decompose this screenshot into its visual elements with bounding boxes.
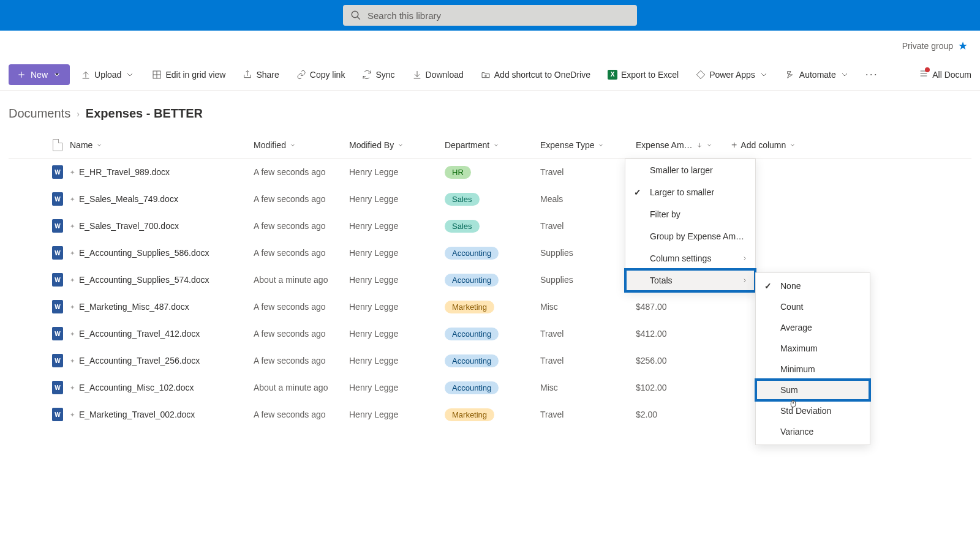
upload-icon [81, 70, 91, 80]
table-row[interactable]: ✦ E_Sales_Travel_700.docx A few seconds … [9, 212, 971, 239]
menu-item-group-by[interactable]: Group by Expense Amount [625, 225, 755, 247]
chevron-right-icon: › [77, 109, 80, 119]
totals-option-sum[interactable]: Sum [756, 380, 870, 400]
menu-item-smaller-to-larger[interactable]: Smaller to larger [625, 159, 755, 181]
header-label: Name [70, 140, 92, 150]
chevron-down-icon [759, 70, 769, 80]
export-label: Export to Excel [621, 70, 679, 80]
edit-grid-button[interactable]: Edit in grid view [146, 64, 232, 85]
menu-item-column-settings[interactable]: Column settings [625, 247, 755, 269]
notification-dot-icon [925, 67, 930, 72]
file-name-cell[interactable]: ✦ E_Accounting_Supplies_574.docx [70, 275, 254, 285]
new-button[interactable]: New [9, 64, 70, 85]
upload-button[interactable]: Upload [75, 64, 141, 85]
totals-option-average[interactable]: Average [756, 317, 870, 338]
file-name-cell[interactable]: ✦ E_HR_Travel_989.docx [70, 167, 254, 177]
file-name-cell[interactable]: ✦ E_Accounting_Supplies_586.docx [70, 248, 254, 258]
table-row[interactable]: ✦ E_Accounting_Supplies_586.docx A few s… [9, 239, 971, 266]
totals-submenu: None Count Average Maximum Minimum Sum S… [755, 272, 870, 445]
automate-button[interactable]: Automate [780, 64, 856, 85]
new-indicator-icon: ✦ [70, 358, 75, 364]
link-icon [296, 70, 306, 80]
table-row[interactable]: ✦ E_HR_Travel_989.docx A few seconds ago… [9, 159, 971, 186]
download-button[interactable]: Download [406, 64, 470, 85]
modified-by-cell[interactable]: Henry Legge [349, 248, 445, 258]
column-header-row: Name Modified Modified By Department Exp… [9, 132, 971, 159]
modified-by-cell[interactable]: Henry Legge [349, 167, 445, 177]
plus-icon: + [731, 140, 737, 151]
totals-option-maximum[interactable]: Maximum [756, 338, 870, 359]
svg-marker-14 [696, 70, 704, 78]
power-apps-button[interactable]: Power Apps [690, 64, 775, 85]
file-name-cell[interactable]: ✦ E_Marketing_Misc_487.docx [70, 302, 254, 312]
export-excel-button[interactable]: X Export to Excel [601, 64, 685, 85]
download-label: Download [426, 70, 464, 80]
column-header-department[interactable]: Department [445, 140, 540, 150]
modified-cell: A few seconds ago [254, 194, 349, 204]
search-input[interactable] [368, 10, 630, 21]
add-shortcut-button[interactable]: Add shortcut to OneDrive [475, 64, 597, 85]
column-header-name[interactable]: Name [70, 140, 254, 150]
follow-star-icon[interactable]: ★ [958, 39, 968, 53]
file-name-cell[interactable]: ✦ E_Accounting_Misc_102.docx [70, 383, 254, 392]
file-name-text: E_Accounting_Supplies_574.docx [79, 275, 209, 285]
column-header-modified[interactable]: Modified [254, 140, 349, 150]
power-apps-label: Power Apps [709, 70, 755, 80]
new-indicator-icon: ✦ [70, 250, 75, 257]
menu-item-totals[interactable]: Totals [625, 269, 755, 291]
file-name-cell[interactable]: ✦ E_Accounting_Travel_412.docx [70, 329, 254, 339]
copy-link-button[interactable]: Copy link [290, 64, 352, 85]
view-switcher[interactable]: All Docum [919, 69, 971, 80]
file-name-cell[interactable]: ✦ E_Marketing_Travel_002.docx [70, 410, 254, 419]
modified-by-cell[interactable]: Henry Legge [349, 221, 445, 231]
modified-by-cell[interactable]: Henry Legge [349, 275, 445, 285]
column-header-expense-amount[interactable]: Expense Am… [636, 140, 731, 150]
new-indicator-icon: ✦ [70, 411, 75, 418]
expense-type-cell: Supplies [540, 248, 636, 258]
modified-by-cell[interactable]: Henry Legge [349, 329, 445, 339]
department-pill: Accounting [445, 328, 499, 340]
totals-option-none[interactable]: None [756, 276, 870, 296]
file-name-cell[interactable]: ✦ E_Sales_Travel_700.docx [70, 221, 254, 231]
breadcrumb-current: Expenses - BETTER [86, 107, 203, 121]
modified-by-cell[interactable]: Henry Legge [349, 383, 445, 392]
department-pill: Sales [445, 193, 480, 206]
totals-option-minimum[interactable]: Minimum [756, 359, 870, 380]
modified-by-cell[interactable]: Henry Legge [349, 410, 445, 419]
breadcrumb-root[interactable]: Documents [9, 107, 70, 121]
file-name-text: E_Accounting_Supplies_586.docx [79, 248, 209, 258]
modified-by-cell[interactable]: Henry Legge [349, 194, 445, 204]
word-doc-icon [52, 381, 63, 394]
plus-icon [17, 70, 26, 79]
suite-header-spacer: Private group ★ [0, 31, 980, 59]
word-doc-icon [52, 273, 63, 287]
sync-button[interactable]: Sync [356, 64, 401, 85]
department-pill: Sales [445, 220, 480, 233]
modified-cell: A few seconds ago [254, 329, 349, 339]
file-name-cell[interactable]: ✦ E_Sales_Meals_749.docx [70, 194, 254, 204]
expense-amount-cell: $487.00 [636, 302, 731, 312]
modified-by-cell[interactable]: Henry Legge [349, 302, 445, 312]
more-commands-button[interactable]: ··· [861, 68, 883, 81]
menu-item-larger-to-smaller[interactable]: Larger to smaller [625, 181, 755, 203]
chevron-down-icon [598, 142, 604, 148]
file-name-text: E_HR_Travel_989.docx [79, 167, 170, 177]
menu-item-filter-by[interactable]: Filter by [625, 203, 755, 225]
totals-option-variance[interactable]: Variance [756, 421, 870, 442]
search-box[interactable] [343, 5, 637, 26]
totals-option-count[interactable]: Count [756, 296, 870, 317]
add-column-button[interactable]: + Add column [731, 140, 817, 151]
share-button[interactable]: Share [236, 64, 285, 85]
automate-label: Automate [799, 70, 836, 80]
file-name-text: E_Sales_Travel_700.docx [79, 221, 179, 231]
column-header-expense-type[interactable]: Expense Type [540, 140, 636, 150]
table-row[interactable]: ✦ E_Sales_Meals_749.docx A few seconds a… [9, 186, 971, 212]
chevron-down-icon [790, 142, 796, 148]
download-icon [412, 70, 422, 80]
totals-option-std-deviation[interactable]: Std Deviation [756, 400, 870, 421]
modified-by-cell[interactable]: Henry Legge [349, 356, 445, 365]
file-name-cell[interactable]: ✦ E_Accounting_Travel_256.docx [70, 356, 254, 365]
column-header-modified-by[interactable]: Modified By [349, 140, 445, 150]
share-label: Share [256, 70, 279, 80]
chevron-down-icon [53, 70, 61, 79]
